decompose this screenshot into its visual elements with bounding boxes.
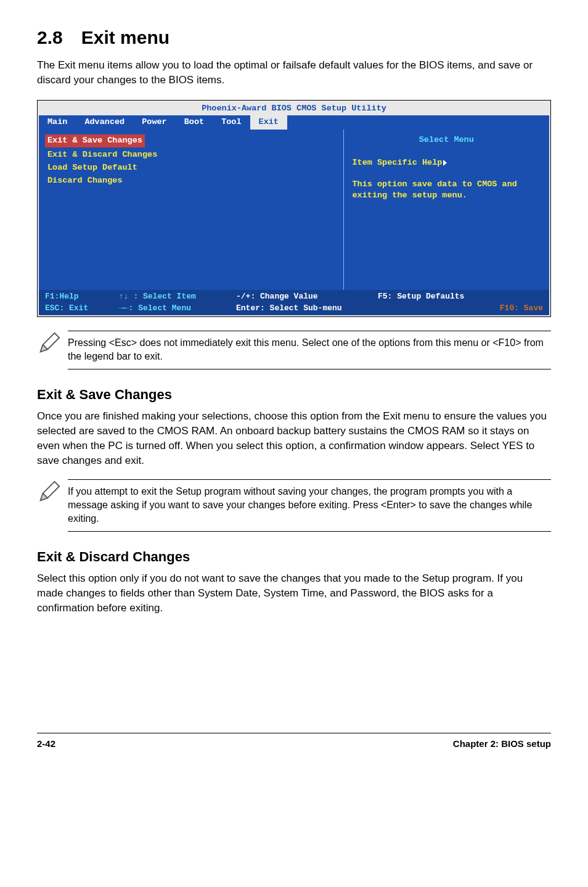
bios-foot-f10: F10: Save bbox=[500, 303, 543, 313]
bios-foot-enter: Enter: Select Sub-menu bbox=[236, 303, 342, 313]
bios-foot-change-value: -/+: Change Value bbox=[236, 292, 318, 301]
bios-foot-f5: F5: Setup Defaults bbox=[378, 292, 464, 301]
bios-item: Discard Changes bbox=[45, 175, 337, 188]
bios-right-panel: Select Menu Item Specific Help This opti… bbox=[344, 130, 549, 290]
cursor-icon bbox=[443, 160, 447, 166]
bios-window-title: Phoenix-Award BIOS CMOS Setup Utility bbox=[39, 102, 549, 116]
bios-item: Load Setup Default bbox=[45, 162, 337, 175]
bios-foot-select-item: ↑↓ : Select Item bbox=[119, 292, 196, 301]
bios-screenshot: Phoenix-Award BIOS CMOS Setup Utility Ma… bbox=[37, 100, 551, 317]
bios-foot-esc: ESC: Exit bbox=[45, 303, 88, 313]
bios-item: Exit & Discard Changes bbox=[45, 149, 337, 162]
pencil-icon bbox=[37, 479, 68, 508]
bios-tab-exit: Exit bbox=[250, 115, 287, 130]
bios-footer-bar: F1:Help ESC: Exit ↑↓ : Select Item →←: S… bbox=[39, 290, 549, 315]
bios-tab-tool: Tool bbox=[213, 115, 250, 130]
bios-select-menu-title: Select Menu bbox=[353, 134, 541, 146]
section-body-discard: Select this option only if you do not wa… bbox=[37, 571, 551, 615]
note-block-1: Pressing <Esc> does not immediately exit… bbox=[37, 331, 551, 369]
bios-help-body: This option save data to CMOS and exitin… bbox=[353, 179, 517, 200]
bios-left-panel: Exit & Save Changes Exit & Discard Chang… bbox=[39, 130, 344, 290]
bios-foot-f1: F1:Help bbox=[45, 292, 79, 301]
section-body-save: Once you are finished making your select… bbox=[37, 409, 551, 468]
bios-help-header: Item Specific Help bbox=[353, 158, 443, 167]
page-footer: 2-42 Chapter 2: BIOS setup bbox=[37, 733, 551, 750]
chapter-label: Chapter 2: BIOS setup bbox=[453, 737, 551, 750]
note-block-2: If you attempt to exit the Setup program… bbox=[37, 479, 551, 532]
bios-tab-advanced: Advanced bbox=[76, 115, 133, 130]
page-title: 2.8 Exit menu bbox=[37, 25, 551, 51]
page-number: 2-42 bbox=[37, 737, 55, 750]
bios-foot-select-menu: →←: Select Menu bbox=[119, 303, 191, 313]
bios-tab-bar: Main Advanced Power Boot Tool Exit bbox=[39, 115, 549, 130]
bios-item-selected: Exit & Save Changes bbox=[45, 134, 145, 147]
section-heading-discard: Exit & Discard Changes bbox=[37, 548, 551, 567]
bios-tab-power: Power bbox=[133, 115, 176, 130]
pencil-icon bbox=[37, 331, 68, 359]
note-text-1: Pressing <Esc> does not immediately exit… bbox=[68, 331, 551, 369]
note-text-2: If you attempt to exit the Setup program… bbox=[68, 479, 551, 532]
bios-tab-main: Main bbox=[39, 115, 76, 130]
bios-tab-boot: Boot bbox=[176, 115, 213, 130]
section-heading-save: Exit & Save Changes bbox=[37, 386, 551, 405]
intro-paragraph: The Exit menu items allow you to load th… bbox=[37, 58, 551, 88]
